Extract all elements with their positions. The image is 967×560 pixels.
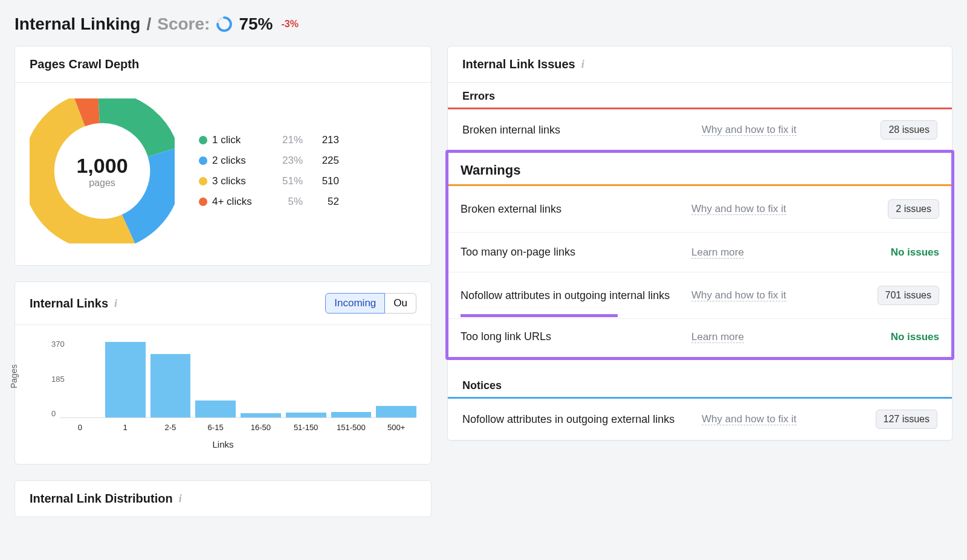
bar[interactable] (195, 401, 236, 417)
legend-percent: 23% (267, 155, 303, 167)
page-title-bar: Internal Linking / Score: 75% -3% (15, 14, 952, 34)
legend-percent: 21% (267, 134, 303, 146)
issue-help-link[interactable]: Why and how to fix it (691, 289, 786, 301)
x-tick: 1 (105, 423, 146, 432)
issue-help-link[interactable]: Learn more (691, 331, 744, 343)
issue-name: Nofollow attributes in outgoing internal… (461, 289, 679, 302)
link-distribution-title: Internal Link Distribution (30, 492, 173, 506)
x-tick: 2-5 (150, 423, 191, 432)
x-tick: 6-15 (195, 423, 236, 432)
info-icon[interactable]: i (179, 492, 182, 505)
legend-dot-icon (199, 198, 207, 206)
title-separator: / (146, 14, 151, 34)
issue-name: Broken internal links (462, 124, 690, 137)
internal-links-barchart: Pages 3701850 012-56-1516-5051-150151-50… (15, 325, 431, 464)
legend-label: 2 clicks (212, 155, 267, 167)
issue-row: Too long link URLsLearn moreNo issues (448, 317, 951, 357)
legend-label: 1 click (212, 134, 267, 146)
legend-row[interactable]: 2 clicks23%225 (199, 155, 339, 167)
donut-center-value: 1,000 (76, 154, 128, 178)
bar[interactable] (376, 406, 416, 417)
bar[interactable] (150, 354, 191, 417)
score-value: 75% (239, 14, 273, 34)
internal-links-title: Internal Links (30, 297, 108, 311)
legend-value: 52 (303, 196, 339, 208)
errors-heading: Errors (448, 83, 952, 108)
issue-help-link[interactable]: Why and how to fix it (702, 413, 797, 425)
y-axis-label: Pages (9, 364, 19, 388)
donut-center-label: pages (89, 178, 115, 188)
legend-row[interactable]: 1 click21%213 (199, 134, 339, 146)
y-tick: 370 (51, 340, 65, 349)
donut-legend: 1 click21%2132 clicks23%2253 clicks51%51… (199, 134, 339, 208)
legend-percent: 51% (267, 175, 303, 187)
tab-incoming[interactable]: Incoming (325, 293, 385, 314)
info-icon[interactable]: i (114, 297, 117, 310)
link-distribution-card: Internal Link Distribution i (15, 480, 432, 517)
warnings-highlight-box: Warnings Broken external linksWhy and ho… (445, 150, 954, 360)
legend-dot-icon (199, 156, 207, 165)
issue-row: Broken external linksWhy and how to fix … (448, 186, 951, 233)
links-direction-toggle: Incoming Ou (325, 293, 416, 314)
x-tick: 0 (60, 423, 100, 432)
issue-row: Broken internal linksWhy and how to fix … (448, 109, 952, 151)
no-issues-label: No issues (891, 331, 939, 343)
internal-links-card: Internal Links i Incoming Ou Pages 37018… (15, 282, 432, 465)
score-delta: -3% (281, 19, 298, 30)
x-axis-label: Links (30, 439, 416, 449)
issue-row: Nofollow attributes in outgoing external… (448, 399, 952, 440)
crawl-depth-title: Pages Crawl Depth (30, 57, 139, 71)
warnings-heading: Warnings (448, 153, 951, 184)
legend-dot-icon (199, 177, 207, 185)
legend-dot-icon (199, 136, 207, 144)
no-issues-label: No issues (891, 246, 939, 258)
info-icon[interactable]: i (581, 58, 584, 71)
issue-name: Nofollow attributes in outgoing external… (462, 413, 690, 426)
score-ring-icon (216, 16, 233, 33)
legend-percent: 5% (267, 196, 303, 208)
notices-heading: Notices (448, 372, 952, 397)
legend-row[interactable]: 4+ clicks5%52 (199, 196, 339, 208)
tab-outgoing[interactable]: Ou (385, 293, 416, 314)
issue-count-button[interactable]: 127 issues (876, 410, 938, 429)
legend-value: 510 (303, 175, 339, 187)
issue-row: Nofollow attributes in outgoing internal… (448, 272, 951, 319)
y-tick: 185 (51, 375, 65, 384)
crawl-depth-donut[interactable]: 1,000 pages (30, 98, 175, 243)
legend-label: 4+ clicks (212, 196, 267, 208)
issue-name: Broken external links (461, 203, 679, 216)
legend-value: 213 (303, 134, 339, 146)
x-tick: 500+ (376, 423, 416, 432)
bar[interactable] (105, 342, 146, 418)
issue-name: Too long link URLs (461, 330, 679, 343)
issue-count-button[interactable]: 701 issues (878, 286, 940, 305)
x-tick: 151-500 (331, 423, 372, 432)
link-issues-title: Internal Link Issues (462, 57, 575, 71)
page-title: Internal Linking (15, 14, 140, 34)
x-tick: 16-50 (241, 423, 281, 432)
legend-row[interactable]: 3 clicks51%510 (199, 175, 339, 187)
legend-label: 3 clicks (212, 175, 267, 187)
bar[interactable] (286, 413, 326, 417)
crawl-depth-card: Pages Crawl Depth 1,000 pages 1 click21%… (15, 46, 432, 266)
issue-count-button[interactable]: 28 issues (881, 120, 937, 140)
bar[interactable] (331, 412, 372, 417)
link-issues-card: Internal Link Issues i Errors Broken int… (447, 46, 952, 441)
y-tick: 0 (51, 409, 65, 418)
bar[interactable] (241, 413, 281, 417)
issue-help-link[interactable]: Learn more (691, 246, 744, 259)
x-tick: 51-150 (286, 423, 326, 432)
score-label: Score: (157, 14, 210, 34)
legend-value: 225 (303, 155, 339, 167)
issue-help-link[interactable]: Why and how to fix it (702, 124, 797, 136)
issue-help-link[interactable]: Why and how to fix it (691, 203, 786, 215)
issue-row: Too many on-page linksLearn moreNo issue… (448, 233, 951, 272)
issue-count-button[interactable]: 2 issues (888, 199, 939, 219)
issue-name: Too many on-page links (461, 246, 679, 259)
